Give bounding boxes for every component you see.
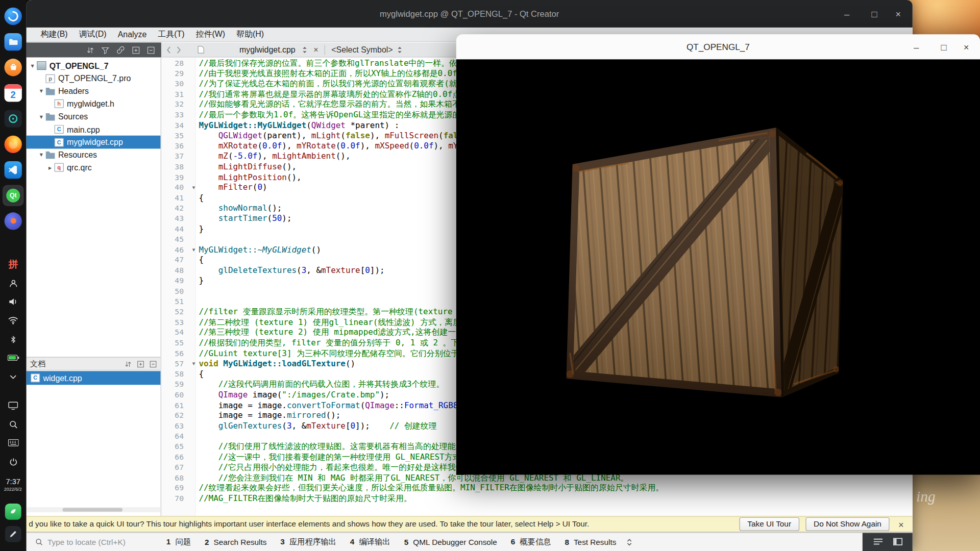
output-pane-1[interactable]: 1 问题 — [166, 537, 191, 547]
shutdown-icon[interactable] — [4, 454, 22, 469]
line-number: 64 — [161, 431, 189, 441]
line-number: 55 — [161, 338, 189, 348]
fold-spacer — [189, 89, 199, 99]
statusbar-right-toggles — [863, 533, 913, 551]
fold-spacer — [189, 348, 199, 359]
wifi-icon[interactable] — [4, 313, 22, 328]
fold-marker-icon[interactable]: ▾ — [189, 359, 199, 369]
vscode-icon[interactable] — [3, 159, 24, 181]
do-not-show-again-button[interactable]: Do Not Show Again — [805, 517, 890, 531]
menu-帮助(H)[interactable]: 帮助(H) — [231, 29, 270, 40]
split-add-icon[interactable] — [132, 46, 140, 54]
tree-item-myglwidget.cpp[interactable]: Cmyglwidget.cpp — [26, 136, 160, 148]
open-document-widget.cpp[interactable]: Cwidget.cpp — [26, 371, 160, 385]
open-file-tab[interactable]: myglwidget.cpp — [239, 45, 296, 54]
launcher-icon[interactable] — [3, 5, 24, 27]
fold-spacer — [189, 390, 199, 400]
tree-item-QT_OPENGL_7.pro[interactable]: pQT_OPENGL_7.pro — [26, 72, 160, 85]
display-settings-icon[interactable] — [4, 398, 22, 413]
output-pane-nav-icon[interactable] — [626, 538, 632, 546]
opengl-maximize-button[interactable]: □ — [931, 34, 956, 59]
document-dropdown-icon[interactable] — [302, 46, 307, 54]
opengl-titlebar[interactable]: QT_OPENGL_7 – □ × — [456, 34, 980, 60]
documents-split-icon[interactable] — [137, 360, 144, 368]
accessibility-icon[interactable] — [4, 276, 22, 290]
qrcfile-icon: q — [55, 163, 64, 172]
output-pane-6[interactable]: 6 概要信息 — [511, 537, 551, 547]
opengl-minimize-button[interactable]: – — [904, 34, 929, 59]
open-documents-title: 文档 — [30, 359, 46, 369]
menu-控件(W)[interactable]: 控件(W) — [190, 29, 231, 40]
output-pane-2[interactable]: 2 Search Results — [205, 538, 266, 546]
fold-spacer — [189, 380, 199, 390]
close-button[interactable]: × — [888, 0, 909, 28]
battery-icon[interactable] — [4, 350, 22, 365]
filter-icon[interactable] — [101, 46, 109, 54]
hfile-icon: h — [55, 99, 64, 108]
expand-arrow-icon[interactable]: ▸ — [46, 164, 54, 171]
output-menu-icon[interactable] — [873, 536, 883, 547]
expand-arrow-icon[interactable]: ▾ — [37, 88, 45, 94]
screen-magnifier-icon[interactable] — [4, 417, 22, 432]
qt-creator-icon[interactable]: Qt — [3, 185, 24, 206]
tree-item-qrc.qrc[interactable]: ▸qqrc.qrc — [26, 161, 160, 174]
fold-marker-icon[interactable]: ▾ — [189, 183, 199, 193]
expand-arrow-icon[interactable]: ▾ — [37, 113, 45, 120]
volume-icon[interactable] — [4, 294, 22, 309]
sidebar-toggle-icon[interactable] — [893, 536, 902, 547]
close-document-icon[interactable]: × — [313, 45, 318, 54]
maximize-button[interactable]: □ — [864, 0, 885, 28]
documents-close-icon[interactable] — [150, 360, 157, 368]
locator-field[interactable]: Type to locate (Ctrl+K) — [35, 538, 158, 546]
sidebar-horizontal-scrollbar[interactable] — [26, 507, 160, 512]
dock-tray-secondary — [4, 396, 22, 471]
infobar-close-icon[interactable]: × — [898, 519, 904, 530]
line-number: 36 — [161, 141, 189, 151]
take-ui-tour-button[interactable]: Take UI Tour — [739, 517, 799, 531]
output-pane-3[interactable]: 3 应用程序输出 — [280, 537, 336, 547]
tree-item-Resources[interactable]: ▾Resources — [26, 148, 160, 161]
virtual-keyboard-icon[interactable] — [4, 435, 22, 450]
calendar-icon[interactable]: 2 — [3, 82, 24, 104]
link-with-editor-icon[interactable] — [116, 45, 125, 54]
go-back-icon[interactable] — [166, 46, 172, 54]
go-forward-icon[interactable] — [176, 46, 181, 54]
app-store-icon[interactable] — [3, 57, 24, 78]
file-manager-icon[interactable] — [3, 31, 24, 53]
sort-icon[interactable] — [86, 46, 94, 54]
tree-item-Headers[interactable]: ▾Headers — [26, 85, 160, 97]
tree-item-QT_OPENGL_7[interactable]: ▾QT_OPENGL_7 — [26, 59, 160, 72]
symbol-selector[interactable]: <Select Symbol> — [331, 45, 403, 54]
music-icon[interactable] — [3, 108, 24, 129]
tree-item-myglwidget.h[interactable]: hmyglwidget.h — [26, 97, 160, 110]
fold-marker-icon[interactable]: ▾ — [189, 245, 199, 255]
fold-spacer — [189, 131, 199, 141]
opengl-close-button[interactable]: × — [954, 34, 979, 59]
menu-调试(D)[interactable]: 调试(D) — [74, 29, 112, 40]
line-number: 69 — [161, 483, 189, 493]
tray-collapse-icon[interactable] — [4, 369, 22, 384]
output-pane-4[interactable]: 4 编译输出 — [350, 537, 390, 547]
app-green-icon[interactable] — [5, 503, 22, 520]
line-number: 54 — [161, 328, 189, 338]
output-pane-8[interactable]: 8 Test Results — [565, 538, 617, 546]
control-center-icon[interactable] — [3, 210, 24, 232]
menu-Analyze[interactable]: Analyze — [112, 30, 153, 39]
draw-tool-icon[interactable] — [5, 525, 22, 543]
menu-构建(B)[interactable]: 构建(B) — [35, 29, 74, 40]
minimize-button[interactable]: – — [836, 0, 857, 28]
firefox-icon[interactable] — [3, 133, 24, 155]
documents-sort-icon[interactable] — [125, 360, 132, 368]
expand-arrow-icon[interactable]: ▾ — [29, 62, 36, 69]
split-close-icon[interactable] — [147, 46, 155, 54]
menu-工具(T)[interactable]: 工具(T) — [152, 29, 190, 40]
bluetooth-icon[interactable] — [4, 332, 22, 346]
output-pane-5[interactable]: 5 QML Debugger Console — [404, 538, 497, 546]
dock-clock[interactable]: 7:37 2022/6/2 — [4, 478, 23, 493]
opengl-viewport[interactable] — [456, 59, 980, 474]
input-method-icon[interactable]: 拼 — [4, 257, 22, 271]
tree-item-Sources[interactable]: ▾Sources — [26, 110, 160, 123]
qtcreator-titlebar[interactable]: myglwidget.cpp @ QT_OPENGL_7 - Qt Creato… — [26, 0, 912, 28]
expand-arrow-icon[interactable]: ▾ — [37, 152, 45, 158]
tree-item-main.cpp[interactable]: Cmain.cpp — [26, 123, 160, 136]
